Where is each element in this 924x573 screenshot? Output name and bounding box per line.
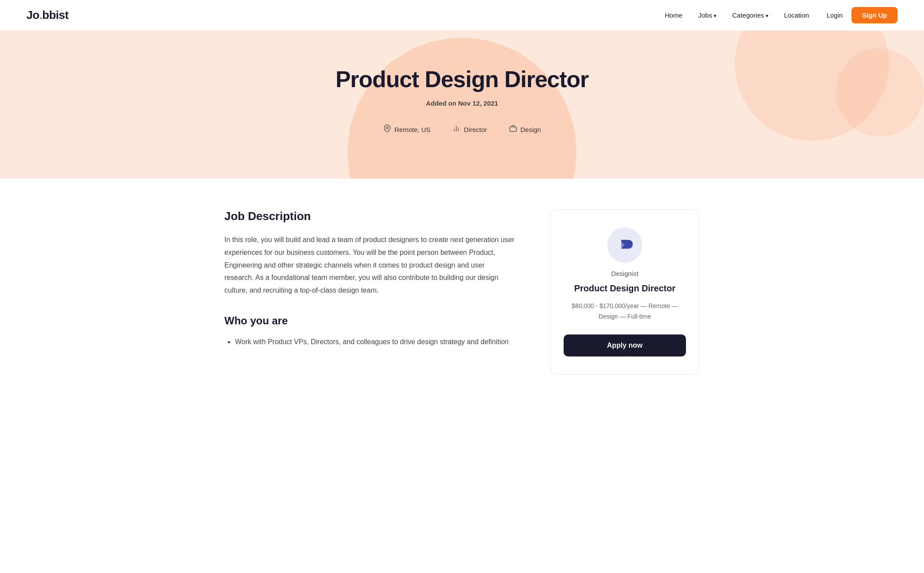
location-label: Remote, US [395,126,431,133]
main-content: Job Description In this role, you will b… [198,179,726,405]
job-description-title: Job Description [224,209,515,223]
requirement-item: Work with Product VPs, Directors, and co… [235,336,515,349]
nav-links: Home Jobs Categories Location [665,11,809,19]
who-you-are-title: Who you are [224,315,515,327]
brand-logo[interactable]: Jo.bbist [26,8,69,22]
job-title-heading: Product Design Director [18,66,906,92]
category-tag: Design [509,125,541,135]
job-card-sidebar: Designist Product Design Director $80,00… [550,209,700,375]
company-name: Designist [564,270,686,277]
svg-rect-4 [510,127,516,132]
card-meta: $80,000 - $170,000/year — Remote — Desig… [564,301,686,322]
requirements-list: Work with Product VPs, Directors, and co… [224,336,515,349]
job-description-section: Job Description In this role, you will b… [224,209,515,350]
company-logo-icon [615,235,634,255]
location-tag: Remote, US [383,125,431,135]
job-description-text: In this role, you will build and lead a … [224,234,515,297]
job-date: Added on Nov 12, 2021 [18,99,906,107]
signup-button[interactable]: Sign Up [851,7,898,23]
login-button[interactable]: Login [827,11,843,19]
location-icon [383,125,391,135]
nav-jobs[interactable]: Jobs [698,11,716,19]
level-icon [452,125,460,135]
hero-section: Product Design Director Added on Nov 12,… [0,31,924,179]
card-job-title: Product Design Director [564,283,686,294]
hero-tags: Remote, US Director Design [18,125,906,135]
logo-text: Jo.bbist [26,8,69,22]
category-label: Design [521,126,541,133]
hero-shape-3 [836,48,924,136]
navbar: Jo.bbist Home Jobs Categories Location L… [0,0,924,31]
svg-point-0 [386,127,388,129]
nav-home[interactable]: Home [665,11,682,19]
category-icon [509,125,517,135]
level-label: Director [464,126,487,133]
company-logo-wrapper [607,228,642,263]
nav-auth: Login Sign Up [827,7,898,23]
nav-location[interactable]: Location [784,11,809,19]
apply-now-button[interactable]: Apply now [564,334,686,356]
nav-categories[interactable]: Categories [732,11,768,19]
hero-shape-1 [348,38,576,179]
level-tag: Director [452,125,487,135]
